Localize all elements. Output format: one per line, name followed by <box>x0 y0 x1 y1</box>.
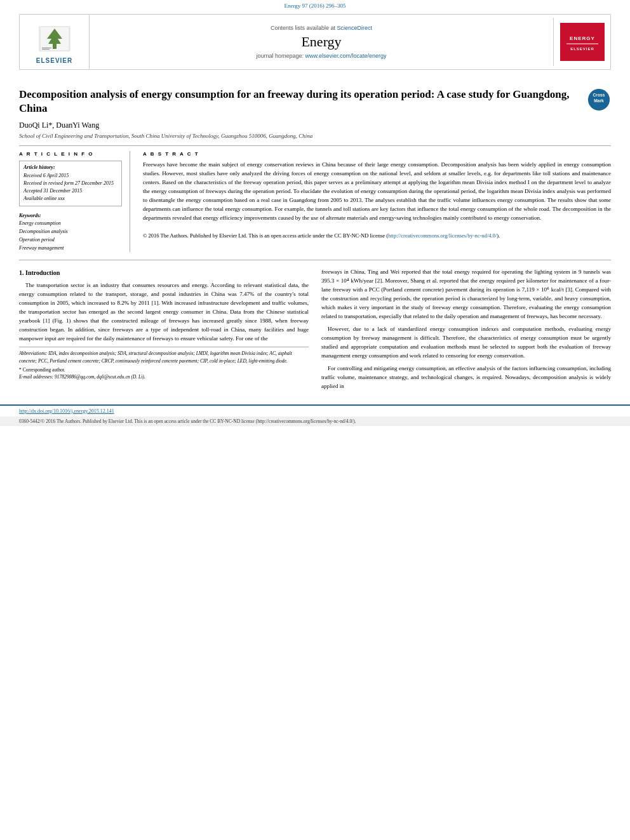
intro-body-text-right: freeways in China, Ting and Wei reported… <box>321 268 611 390</box>
svg-rect-5 <box>42 49 50 50</box>
history-title: Article history: <box>23 164 117 170</box>
introduction-section: 1. Introduction The transportation secto… <box>19 268 611 394</box>
intro-paragraph-right-2: However, due to a lack of standardized e… <box>321 325 611 361</box>
intro-heading: 1. Introduction <box>19 268 309 278</box>
intro-body-text-left: 1. Introduction The transportation secto… <box>19 268 309 343</box>
footnote-area: Abbreviations: IDA, index decomposition … <box>19 347 309 380</box>
article-title-text: Decomposition analysis of energy consump… <box>19 88 580 116</box>
keyword-3: Operation period <box>19 236 122 244</box>
keyword-1: Energy consumption <box>19 220 122 228</box>
license-text: © 2016 The Authors. Published by Elsevie… <box>143 232 500 239</box>
journal-center-info: Contents lists available at ScienceDirec… <box>90 20 553 64</box>
license-link[interactable]: http://creativecommons.org/licenses/by-n… <box>388 232 497 239</box>
doi-bar: http://dx.doi.org/10.1016/j.energy.2015.… <box>0 404 630 417</box>
affiliation-line: School of Civil Engineering and Transpor… <box>19 133 611 139</box>
elsevier-brand-text: ELSEVIER <box>36 57 72 64</box>
keywords-section: Keywords: Energy consumption Decompositi… <box>19 213 122 252</box>
journal-reference: Energy 97 (2016) 296–305 <box>0 0 630 10</box>
energy-logo-box: ENERGY ELSEVIER <box>553 18 610 66</box>
journal-homepage[interactable]: journal homepage: www.elsevier.com/locat… <box>90 53 553 59</box>
abbreviations-footnote: Abbreviations: IDA, index decomposition … <box>19 350 309 364</box>
article-info-column: A R T I C L E I N F O Article history: R… <box>19 151 130 252</box>
abstract-column: A B S T R A C T Freeways have become the… <box>143 151 611 252</box>
energy-brand-icon: ENERGY ELSEVIER <box>560 23 605 61</box>
authors-line: DuoQi Li*, DuanYi Wang <box>19 121 611 130</box>
issn-bar: 0360-5442/© 2016 The Authors. Published … <box>0 417 630 426</box>
intro-paragraph-right-1: freeways in China, Ting and Wei reported… <box>321 268 611 321</box>
section-divider <box>19 260 611 260</box>
article-history-box: Article history: Received 6 April 2015 R… <box>19 161 122 206</box>
svg-text:Mark: Mark <box>594 98 604 103</box>
svg-text:ENERGY: ENERGY <box>570 36 595 41</box>
corresponding-footnote: * Corresponding author. <box>19 366 309 373</box>
article-title-block: Decomposition analysis of energy consump… <box>19 88 611 116</box>
svg-text:ELSEVIER: ELSEVIER <box>570 47 594 51</box>
received-date: Received 6 April 2015 <box>23 172 117 180</box>
svg-rect-4 <box>42 48 51 48</box>
keyword-2: Decomposition analysis <box>19 228 122 236</box>
intro-paragraph-right-3: For controlling and mitigating energy co… <box>321 364 611 391</box>
abstract-label: A B S T R A C T <box>143 151 611 157</box>
main-content: Decomposition analysis of energy consump… <box>0 74 630 404</box>
elsevier-logo: ELSEVIER <box>20 15 90 69</box>
svg-text:Cross: Cross <box>593 93 605 97</box>
intro-right-col: freeways in China, Ting and Wei reported… <box>321 268 611 394</box>
accepted-date: Accepted 31 December 2015 <box>23 187 117 195</box>
crossmark-icon: Cross Mark <box>587 88 611 112</box>
svg-rect-2 <box>53 44 57 49</box>
intro-paragraph-1: The transportation sector is an industry… <box>19 281 309 343</box>
svg-rect-6 <box>563 26 601 58</box>
abstract-text: Freeways have become the main subject of… <box>143 161 611 240</box>
available-date: Available online xxx <box>23 195 117 203</box>
article-info-label: A R T I C L E I N F O <box>19 151 122 157</box>
keyword-4: Freeway management <box>19 244 122 253</box>
intro-left-col: 1. Introduction The transportation secto… <box>19 268 309 394</box>
sciencedirect-link[interactable]: Contents lists available at ScienceDirec… <box>90 25 553 31</box>
keywords-title: Keywords: <box>19 213 122 218</box>
revised-date: Received in revised form 27 December 201… <box>23 180 117 187</box>
journal-header: ELSEVIER Contents lists available at Sci… <box>19 14 611 70</box>
journal-title: Energy <box>90 34 553 50</box>
elsevier-tree-icon <box>36 20 74 55</box>
article-info-abstract-section: A R T I C L E I N F O Article history: R… <box>19 145 611 252</box>
email-footnote: E-mail addresses: 917829086@qq.com, dqli… <box>19 373 309 380</box>
doi-link[interactable]: http://dx.doi.org/10.1016/j.energy.2015.… <box>19 408 114 414</box>
